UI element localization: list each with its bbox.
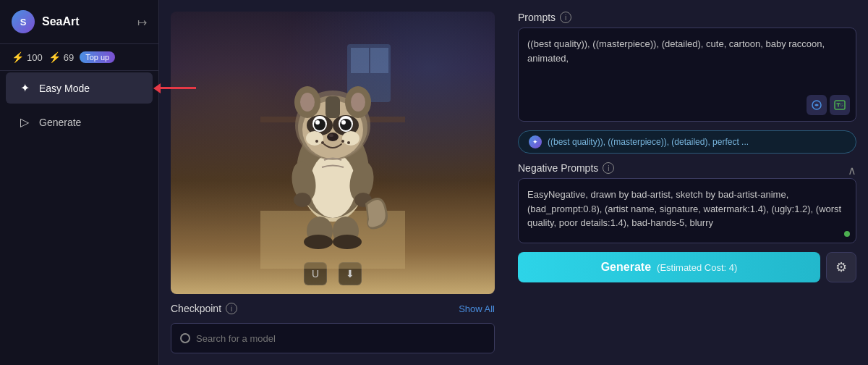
svg-point-23 [351,93,365,112]
generate-row: Generate (Estimated Cost: 4) ⚙ [518,252,856,282]
logo: S [12,10,35,33]
checkpoint-label: Checkpoint i [171,303,237,314]
negative-prompts-content: EasyNegative, drawn by bad-artist, sketc… [527,189,841,228]
svg-rect-42 [835,101,845,109]
stat-lightning1: ⚡ 100 [12,51,43,63]
search-circle-icon [180,333,190,343]
prompts-box[interactable]: ((best quality)), ((masterpiece)), (deta… [518,28,856,122]
svg-point-39 [341,140,344,143]
download-icon: ⬇ [346,268,354,280]
svg-point-37 [315,140,318,143]
collapse-button[interactable]: ∧ [848,164,856,177]
upscale-icon: U [312,268,319,280]
sidebar: S SeaArt ↦ ⚡ 100 ⚡ 69 Top up ✦ Easy Mode… [0,0,159,365]
negative-prompts-text: Negative Prompts [518,162,598,174]
prompts-action-icons: G [807,95,850,115]
negative-prompts-header: Negative Prompts i ∧ [518,162,856,178]
prompts-info-icon[interactable]: i [560,12,571,23]
svg-point-36 [329,134,333,137]
right-panel: Prompts i ((best quality)), ((masterpiec… [506,0,868,365]
generated-image: U ⬇ [171,12,495,294]
negative-prompts-label: Negative Prompts i [518,162,614,174]
svg-point-35 [327,133,339,141]
settings-button[interactable]: ⚙ [826,252,856,282]
prompt-suggestion[interactable]: ✦ ((best quality)), ((masterpiece)), (de… [518,130,856,154]
svg-point-21 [300,93,315,112]
svg-point-40 [347,141,350,144]
generate-label: Generate [39,117,81,128]
model-search-input[interactable] [196,333,485,344]
sidebar-item-easy-mode[interactable]: ✦ Easy Mode [6,72,153,104]
svg-point-11 [294,193,311,207]
svg-text:G: G [841,103,843,107]
back-icon[interactable]: ↦ [137,15,147,29]
prompts-label: Prompts [518,12,556,23]
generate-button-label: Generate [601,261,651,274]
svg-point-33 [315,120,320,125]
show-all-link[interactable]: Show All [459,303,495,314]
checkpoint-row: Checkpoint i Show All [171,303,495,314]
suggestion-icon: ✦ [529,135,542,148]
lightning1-icon: ⚡ [12,51,24,63]
arrow-line [160,87,196,89]
svg-rect-3 [370,48,388,73]
stat-lightning2: ⚡ 69 [48,51,74,63]
sidebar-stats: ⚡ 100 ⚡ 69 Top up [0,44,158,71]
svg-rect-26 [326,96,340,118]
svg-point-28 [342,131,359,146]
svg-point-34 [341,120,346,125]
image-panel: U ⬇ Checkpoint i Show All [159,0,506,365]
stat-value2: 69 [64,52,74,63]
checkpoint-text: Checkpoint [171,303,221,314]
stat-value1: 100 [27,52,43,63]
svg-point-32 [340,119,352,130]
generate-cost: (Estimated Cost: 4) [657,262,737,273]
svg-rect-2 [351,48,369,73]
arrow-annotation [153,83,196,93]
generate-button[interactable]: Generate (Estimated Cost: 4) [518,252,820,282]
raccoon-illustration [260,37,405,269]
model-search-field[interactable] [171,323,495,353]
topup-button[interactable]: Top up [80,51,115,63]
prompts-section: Prompts i ((best quality)), ((masterpiec… [518,12,856,122]
sidebar-item-generate[interactable]: ▷ Generate [6,106,153,138]
prompt-translate-icon[interactable]: G [830,95,850,115]
settings-icon: ⚙ [835,259,847,275]
main-content: U ⬇ Checkpoint i Show All [159,0,868,365]
negative-prompts-box[interactable]: EasyNegative, drawn by bad-artist, sketc… [518,178,856,243]
lightning2-icon: ⚡ [48,51,61,63]
svg-point-27 [306,131,323,146]
suggestion-text: ((best quality)), ((masterpiece)), (deta… [548,137,749,147]
prompt-enhance-icon[interactable] [807,95,827,115]
prompts-content: ((best quality)), ((masterpiece)), (deta… [527,38,825,64]
easy-mode-label: Easy Mode [39,83,90,94]
svg-point-16 [333,235,362,249]
prompts-header: Prompts i [518,12,856,23]
negative-prompts-info-icon[interactable]: i [603,162,614,174]
brand-name: SeaArt [42,15,130,28]
generate-icon: ▷ [17,115,32,129]
svg-point-31 [314,119,326,130]
sidebar-header: S SeaArt ↦ [0,0,158,44]
svg-point-38 [321,141,324,144]
status-dot [844,231,850,237]
svg-point-15 [304,235,333,249]
easy-mode-icon: ✦ [17,81,32,95]
checkpoint-info-icon[interactable]: i [226,303,237,314]
negative-prompts-section: Negative Prompts i ∧ EasyNegative, drawn… [518,162,856,243]
content-area: U ⬇ Checkpoint i Show All [159,0,868,365]
svg-point-8 [310,153,356,218]
